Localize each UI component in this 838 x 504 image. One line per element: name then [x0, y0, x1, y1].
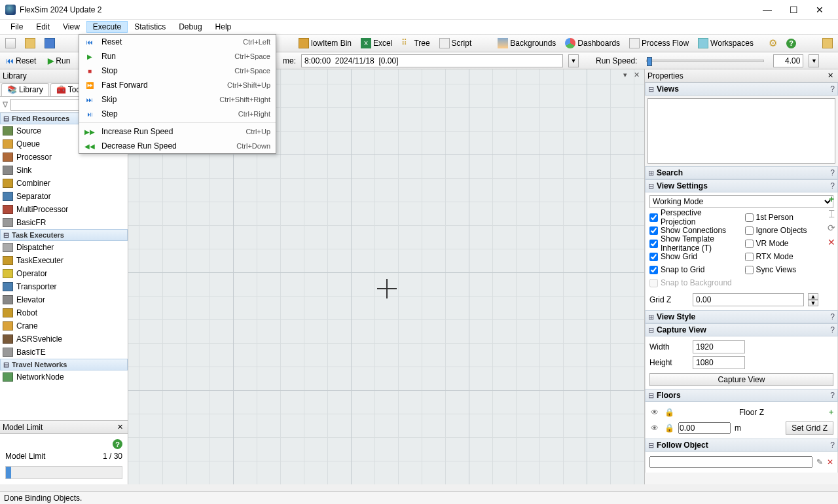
delete-view-icon[interactable]: ✕ — [826, 237, 837, 247]
menu-item-increase-run-speed[interactable]: ▶▶Increase Run SpeedCtrl+Up — [79, 124, 276, 139]
floor-lock-icon[interactable]: 🔒 — [664, 423, 674, 433]
library-item-robot[interactable]: Robot — [0, 306, 128, 319]
floor-z-input[interactable] — [678, 422, 731, 434]
help-button[interactable]: ? — [784, 37, 799, 50]
minimize-button[interactable]: — — [754, 5, 780, 15]
library-item-multiprocessor[interactable]: MultiProcessor — [0, 203, 128, 216]
library-item-crane[interactable]: Crane — [0, 319, 128, 333]
capture-width-input[interactable] — [693, 340, 745, 353]
check-vr-mode[interactable]: VR Mode — [745, 237, 834, 250]
section-floors[interactable]: Floors? — [645, 389, 838, 402]
save-file-button[interactable] — [42, 37, 58, 50]
speed-dropdown[interactable]: ▼ — [809, 54, 819, 67]
working-mode-select[interactable]: Working Mode — [649, 195, 833, 208]
maximize-button[interactable]: ☐ — [780, 5, 807, 15]
views-list[interactable] — [647, 98, 835, 164]
backgrounds-button[interactable]: Backgrounds — [495, 37, 558, 50]
library-item-transporter[interactable]: Transporter — [0, 280, 128, 293]
library-item-basicfr[interactable]: BasicFR — [0, 216, 128, 229]
reset-button[interactable]: ⏮Reset — [3, 55, 39, 67]
gridz-down[interactable]: ▼ — [808, 300, 818, 306]
model-limit-help[interactable]: ? — [113, 439, 122, 449]
category-task-executers[interactable]: Task Executers — [0, 229, 128, 241]
dashboards-button[interactable]: Dashboards — [562, 37, 623, 50]
library-item-separator[interactable]: Separator — [0, 190, 128, 203]
menu-item-skip[interactable]: ⏭SkipCtrl+Shift+Right — [79, 92, 276, 107]
menu-item-run[interactable]: ▶RunCtrl+Space — [79, 49, 276, 63]
tab-library[interactable]: 📚Library — [1, 83, 49, 96]
check-sync-views[interactable]: Sync Views — [745, 263, 834, 276]
open-file-button[interactable] — [22, 37, 38, 50]
time-dropdown[interactable]: ▼ — [568, 54, 579, 67]
flowitem-bin-button[interactable]: lowItem Bin — [296, 37, 354, 50]
menu-debug[interactable]: Debug — [172, 21, 208, 33]
menu-statistics[interactable]: Statistics — [128, 21, 172, 33]
capture-height-input[interactable] — [693, 356, 745, 369]
panel-toggle-button[interactable] — [820, 37, 835, 50]
views-refresh-icon[interactable]: ⟳ — [826, 223, 837, 233]
new-file-button[interactable] — [3, 37, 18, 50]
check--st-person[interactable]: 1st Person — [745, 211, 834, 224]
library-item-combiner[interactable]: Combiner — [0, 177, 128, 190]
library-item-basicte[interactable]: BasicTE — [0, 346, 128, 359]
menu-item-stop[interactable]: ■StopCtrl+Space — [79, 63, 276, 78]
section-view-style[interactable]: View Style? — [645, 310, 838, 323]
floor-lock-icon[interactable]: 🔒 — [664, 408, 674, 417]
gridz-input[interactable] — [693, 293, 804, 306]
check-ignore-objects[interactable]: Ignore Objects — [745, 224, 834, 237]
viewport-close[interactable]: ✕ — [632, 71, 642, 79]
run-speed-slider[interactable] — [646, 60, 764, 62]
section-search[interactable]: Search? — [645, 166, 838, 179]
viewport-menu[interactable]: ▾ — [621, 71, 629, 79]
check-rtx-mode[interactable]: RTX Mode — [745, 250, 834, 263]
library-item-taskexecuter[interactable]: TaskExecuter — [0, 254, 128, 267]
category-travel-networks[interactable]: Travel Networks — [0, 359, 128, 370]
script-button[interactable]: Script — [437, 37, 475, 50]
views-tool-icon[interactable]: ⌶ — [826, 208, 837, 219]
section-views[interactable]: Views? — [645, 82, 838, 96]
follow-object-input[interactable] — [649, 456, 812, 468]
run-button[interactable]: ▶Run — [45, 55, 73, 67]
library-item-operator[interactable]: Operator — [0, 267, 128, 280]
properties-close[interactable]: ✕ — [826, 71, 835, 80]
menu-edit[interactable]: Edit — [29, 21, 56, 33]
library-item-elevator[interactable]: Elevator — [0, 293, 128, 306]
floor-visibility-icon[interactable]: 👁 — [649, 423, 660, 433]
check-snap-to-grid[interactable]: Snap to Grid — [649, 263, 738, 276]
gridz-up[interactable]: ▲ — [808, 293, 818, 300]
check-perspective-projection[interactable]: Perspective Projection — [649, 211, 738, 224]
menu-file[interactable]: File — [4, 21, 29, 33]
excel-button[interactable]: XExcel — [358, 37, 395, 50]
set-grid-z-button[interactable]: Set Grid Z — [786, 422, 833, 435]
menu-item-step[interactable]: ⏯StepCtrl+Right — [79, 107, 276, 121]
workspaces-button[interactable]: Workspaces — [695, 37, 756, 50]
menu-help[interactable]: Help — [209, 21, 238, 33]
help-icon: ? — [786, 39, 796, 48]
section-capture-view[interactable]: Capture View? — [645, 323, 838, 336]
menu-item-reset[interactable]: ⏮ResetCtrl+Left — [79, 35, 276, 49]
capture-view-button[interactable]: Capture View — [649, 373, 833, 386]
library-item-networknode[interactable]: NetworkNode — [0, 370, 128, 384]
add-view-icon[interactable]: + — [826, 194, 837, 204]
check-show-template-inheritance-t-[interactable]: Show Template Inheritance (T) — [649, 237, 738, 250]
library-item-sink[interactable]: Sink — [0, 164, 128, 177]
clear-follow-icon[interactable]: ✕ — [827, 458, 833, 467]
eyedropper-icon[interactable]: ✎ — [816, 458, 823, 467]
menu-item-decrease-run-speed[interactable]: ◀◀Decrease Run SpeedCtrl+Down — [79, 139, 276, 153]
check-show-grid[interactable]: Show Grid — [649, 250, 738, 263]
library-item-dispatcher[interactable]: Dispatcher — [0, 241, 128, 254]
menu-item-fast-forward[interactable]: ⏩Fast ForwardCtrl+Shift+Up — [79, 78, 276, 92]
add-floor-icon[interactable]: + — [829, 408, 833, 417]
process-flow-button[interactable]: Process Flow — [627, 37, 691, 50]
settings-button[interactable]: ⚙ — [766, 36, 780, 50]
menu-execute[interactable]: Execute — [86, 21, 128, 33]
tree-button[interactable]: ⠿Tree — [399, 37, 432, 50]
close-button[interactable]: ✕ — [807, 5, 833, 15]
section-follow-object[interactable]: Follow Object? — [645, 439, 838, 452]
menu-view[interactable]: View — [56, 21, 86, 33]
section-view-settings[interactable]: View Settings? — [645, 179, 838, 192]
model-limit-close[interactable]: ✕ — [115, 423, 125, 431]
library-item-asrsvehicle[interactable]: ASRSvehicle — [0, 333, 128, 346]
floor-visibility-icon[interactable]: 👁 — [649, 408, 660, 417]
run-time-input[interactable] — [301, 54, 563, 67]
